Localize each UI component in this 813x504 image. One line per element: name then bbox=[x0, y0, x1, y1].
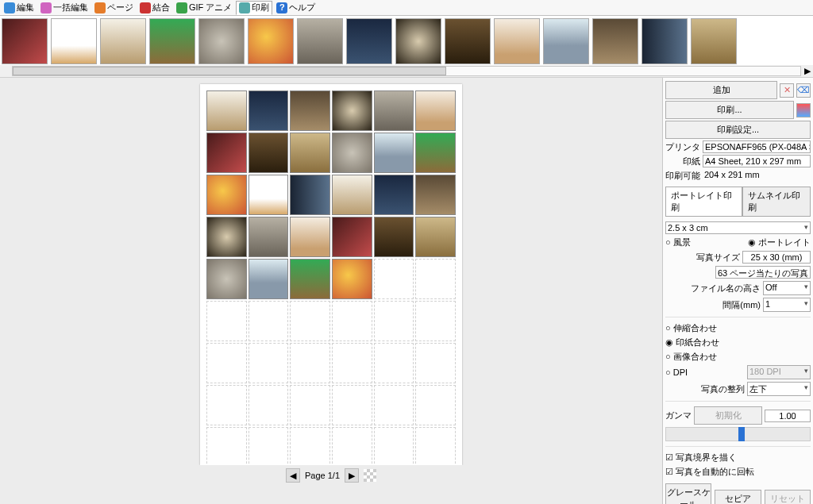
thumbnail[interactable] bbox=[445, 18, 491, 64]
grid-cell[interactable] bbox=[206, 343, 247, 383]
thumbnail[interactable] bbox=[2, 18, 48, 64]
grid-cell[interactable] bbox=[249, 217, 289, 257]
grid-cell[interactable] bbox=[332, 259, 372, 299]
grid-cell[interactable] bbox=[290, 427, 330, 467]
grid-cell[interactable] bbox=[332, 385, 372, 425]
horizontal-scrollbar[interactable]: ▶ bbox=[0, 65, 813, 77]
tab-portrait-print[interactable]: ポートレイト印刷 bbox=[665, 187, 742, 216]
grid-cell[interactable] bbox=[415, 90, 456, 131]
grid-cell[interactable] bbox=[206, 427, 247, 467]
grid-cell[interactable] bbox=[206, 217, 247, 257]
grid-cell[interactable] bbox=[415, 259, 456, 299]
scroll-right-icon[interactable]: ▶ bbox=[801, 65, 813, 77]
grid-cell[interactable] bbox=[374, 301, 414, 341]
grid-cell[interactable] bbox=[290, 343, 330, 383]
grid-cell[interactable] bbox=[249, 259, 289, 299]
grid-cell[interactable] bbox=[332, 175, 372, 215]
sepia-button[interactable]: セピア bbox=[715, 490, 761, 505]
remove-icon[interactable]: ✕ bbox=[780, 83, 794, 98]
add-button[interactable]: 追加 bbox=[665, 81, 777, 99]
grid-cell[interactable] bbox=[290, 385, 330, 425]
menu-gif[interactable]: GIF アニメ bbox=[174, 1, 234, 15]
thumbnail[interactable] bbox=[198, 18, 245, 64]
orientation-portrait-radio[interactable]: ポートレイト bbox=[748, 237, 811, 248]
print-settings-button[interactable]: 印刷設定... bbox=[665, 121, 811, 139]
grid-cell[interactable] bbox=[249, 343, 289, 383]
menu-edit[interactable]: 編集 bbox=[2, 1, 37, 15]
printer-field[interactable]: EPSONAFF965 (PX-048A S bbox=[703, 140, 811, 153]
grid-cell[interactable] bbox=[249, 427, 289, 467]
grid-cell[interactable] bbox=[206, 301, 247, 341]
grid-cell[interactable] bbox=[206, 90, 247, 131]
grid-cell[interactable] bbox=[374, 343, 414, 383]
grid-cell[interactable] bbox=[290, 133, 330, 173]
thumbnail[interactable] bbox=[642, 18, 688, 64]
grid-cell[interactable] bbox=[332, 90, 372, 131]
filename-height-select[interactable]: Off bbox=[763, 281, 811, 295]
thumbnail[interactable] bbox=[100, 18, 146, 64]
grid-cell[interactable] bbox=[374, 259, 414, 299]
orientation-landscape-radio[interactable]: 風景 bbox=[665, 237, 691, 248]
grid-cell[interactable] bbox=[374, 217, 414, 257]
grid-cell[interactable] bbox=[332, 343, 372, 383]
layout-icon[interactable] bbox=[796, 103, 811, 117]
fit-paper-radio[interactable]: 印紙合わせ bbox=[665, 337, 811, 348]
draw-border-checkbox[interactable]: 写真境界を描く bbox=[665, 452, 811, 464]
menu-combine[interactable]: 結合 bbox=[137, 1, 172, 15]
clear-all-icon[interactable]: ⌫ bbox=[796, 83, 811, 98]
grid-cell[interactable] bbox=[415, 343, 456, 383]
grid-cell[interactable] bbox=[374, 427, 414, 467]
thumbnail[interactable] bbox=[346, 18, 392, 64]
grid-cell[interactable] bbox=[415, 217, 456, 257]
transparency-toggle-icon[interactable] bbox=[364, 469, 376, 482]
prev-page-button[interactable]: ◀ bbox=[286, 468, 300, 483]
fit-stretch-radio[interactable]: 伸縮合わせ bbox=[665, 322, 811, 334]
grid-cell[interactable] bbox=[415, 133, 456, 173]
fit-image-radio[interactable]: 画像合わせ bbox=[665, 351, 811, 363]
print-button[interactable]: 印刷... bbox=[665, 101, 794, 119]
auto-rotate-checkbox[interactable]: 写真を自動的に回転 bbox=[665, 466, 811, 478]
fit-dpi-radio[interactable]: DPI bbox=[665, 367, 688, 377]
tab-thumbnail-print[interactable]: サムネイル印刷 bbox=[742, 187, 811, 216]
thumbnail-row[interactable] bbox=[0, 16, 813, 65]
grid-cell[interactable] bbox=[374, 90, 414, 131]
grid-cell[interactable] bbox=[290, 301, 330, 341]
grid-cell[interactable] bbox=[374, 133, 414, 173]
thumbnail[interactable] bbox=[691, 18, 737, 64]
gamma-slider[interactable] bbox=[665, 427, 811, 441]
paper-field[interactable]: A4 Sheet, 210 x 297 mm bbox=[703, 155, 811, 167]
menu-batch-edit[interactable]: 一括編集 bbox=[38, 1, 91, 15]
thumbnail[interactable] bbox=[51, 18, 97, 64]
grid-cell[interactable] bbox=[290, 90, 330, 131]
grid-cell[interactable] bbox=[332, 301, 372, 341]
thumbnail[interactable] bbox=[248, 18, 294, 64]
grayscale-button[interactable]: グレースケール bbox=[665, 483, 711, 504]
grid-cell[interactable] bbox=[374, 385, 414, 425]
grid-cell[interactable] bbox=[206, 133, 247, 173]
grid-cell[interactable] bbox=[374, 175, 414, 215]
menu-page[interactable]: ページ bbox=[92, 1, 136, 15]
next-page-button[interactable]: ▶ bbox=[345, 468, 359, 483]
photo-size-field[interactable]: 25 x 30 (mm) bbox=[742, 251, 811, 264]
thumbnail[interactable] bbox=[592, 18, 638, 64]
grid-cell[interactable] bbox=[290, 175, 330, 215]
grid-cell[interactable] bbox=[332, 217, 372, 257]
thumbnail[interactable] bbox=[297, 18, 343, 64]
grid-cell[interactable] bbox=[206, 385, 247, 425]
grid-cell[interactable] bbox=[415, 301, 456, 341]
thumbnail[interactable] bbox=[149, 18, 195, 64]
menu-print[interactable]: 印刷 bbox=[236, 1, 272, 15]
grid-cell[interactable] bbox=[249, 385, 289, 425]
spacing-select[interactable]: 1 bbox=[763, 298, 811, 312]
menu-help[interactable]: ?ヘルプ bbox=[274, 1, 318, 15]
thumbnail[interactable] bbox=[395, 18, 441, 64]
gamma-value-field[interactable]: 1.00 bbox=[765, 410, 811, 422]
grid-cell[interactable] bbox=[249, 301, 289, 341]
grid-cell[interactable] bbox=[249, 133, 289, 173]
align-select[interactable]: 左下 bbox=[747, 382, 811, 396]
grid-cell[interactable] bbox=[332, 133, 372, 173]
cell-size-select[interactable]: 2.5 x 3 cm bbox=[665, 221, 811, 234]
grid-cell[interactable] bbox=[206, 175, 247, 215]
grid-cell[interactable] bbox=[290, 259, 330, 299]
grid-cell[interactable] bbox=[249, 175, 289, 215]
